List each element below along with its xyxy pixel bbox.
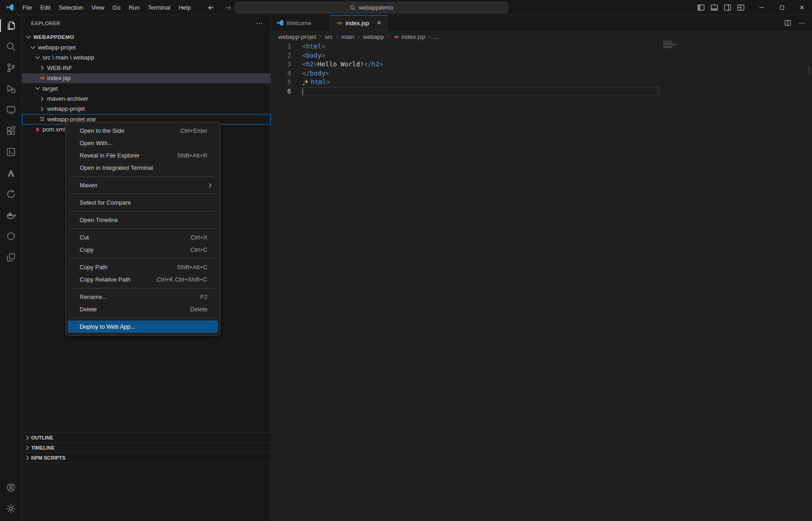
- code-line-5[interactable]: 5html>: [271, 78, 812, 87]
- close-tab-icon[interactable]: ✕: [375, 20, 383, 26]
- code-token: </: [364, 60, 372, 69]
- sidebar-section-timeline[interactable]: TIMELINE: [22, 442, 271, 452]
- line-number[interactable]: 3: [271, 60, 291, 69]
- context-menu-item-open-with[interactable]: Open With...: [68, 137, 218, 149]
- jsp-file-icon: <>: [392, 34, 400, 39]
- breadcrumb-item-src[interactable]: src: [325, 33, 332, 40]
- context-menu-item-select-for-compare[interactable]: Select for Compare: [68, 196, 218, 209]
- maximize-button[interactable]: [772, 0, 792, 15]
- azure-icon[interactable]: [0, 163, 22, 184]
- source-control-icon[interactable]: [0, 57, 22, 78]
- breadcrumb-item-label: webapp-projet: [278, 33, 316, 40]
- forward-button[interactable]: [223, 3, 233, 13]
- line-number[interactable]: 4: [271, 69, 291, 78]
- context-menu-item-open-to-the-side[interactable]: Open to the SideCtrl+Enter: [68, 125, 218, 137]
- menubar-item-help[interactable]: Help: [174, 2, 195, 13]
- toggle-secondary-sidebar-icon[interactable]: [723, 3, 732, 12]
- customize-layout-icon[interactable]: [736, 3, 745, 12]
- menubar-item-selection[interactable]: Selection: [54, 2, 87, 13]
- breadcrumb-item-index-jsp[interactable]: <>index.jsp: [392, 33, 425, 40]
- menubar-item-file[interactable]: File: [18, 2, 36, 13]
- explorer-icon[interactable]: [0, 15, 22, 36]
- context-menu-item-open-in-integrated-terminal[interactable]: Open in Integrated Terminal: [68, 162, 218, 174]
- tree-item-maven-archiver[interactable]: maven-archiver: [22, 93, 271, 103]
- code-line-6[interactable]: 6: [271, 87, 812, 96]
- back-button[interactable]: [206, 3, 216, 13]
- breadcrumb-item-main[interactable]: main: [341, 33, 354, 40]
- tree-item-web-inf[interactable]: WEB-INF: [22, 63, 271, 73]
- code-editor[interactable]: 1<html>2<body>3<h2>Hello World!</h2>4</b…: [271, 42, 812, 521]
- toggle-panel-icon[interactable]: [709, 3, 719, 12]
- kubernetes-icon[interactable]: [0, 226, 22, 247]
- search-icon[interactable]: [0, 36, 22, 57]
- sidebar-section-npm-scripts[interactable]: NPM SCRIPTS: [22, 452, 271, 462]
- context-menu-item-maven[interactable]: Maven: [68, 179, 218, 191]
- breadcrumb-item-label: main: [341, 33, 354, 40]
- line-number[interactable]: 6: [271, 87, 291, 96]
- context-menu-item-copy[interactable]: CopyCtrl+C: [68, 244, 218, 256]
- tree-item-webapp-projet[interactable]: webapp-projet: [22, 104, 271, 114]
- remote-explorer-icon[interactable]: [0, 99, 22, 120]
- tab-bar: Welcome✕<>index.jsp✕ ⋯: [271, 15, 812, 31]
- sidebar-section-label: TIMELINE: [31, 445, 54, 450]
- code-line-2[interactable]: 2<body>: [271, 51, 812, 60]
- menubar-item-go[interactable]: Go: [108, 2, 125, 13]
- tree-item-target[interactable]: target: [22, 83, 271, 93]
- context-menu-item-cut[interactable]: CutCtrl+X: [68, 231, 218, 244]
- tab-index-jsp[interactable]: <>index.jsp✕: [330, 15, 388, 31]
- titlebar-controls: ✕: [696, 0, 812, 15]
- explorer-more-actions-icon[interactable]: ⋯: [256, 19, 263, 27]
- line-number[interactable]: 5: [271, 78, 291, 87]
- editor-more-actions-icon[interactable]: ⋯: [799, 20, 805, 27]
- tree-item-src-main-webapp[interactable]: src \ main \ webapp: [22, 53, 271, 63]
- tree-item-index-jsp[interactable]: <>index.jsp: [22, 73, 271, 83]
- editor-scrollbar[interactable]: [808, 65, 810, 75]
- copilot-sparkle-icon[interactable]: [302, 79, 309, 86]
- context-menu-item-delete[interactable]: DeleteDelete: [68, 303, 218, 315]
- tree-item-webapp-projet[interactable]: webapp-projet: [22, 42, 271, 52]
- menu-item-shortcut: F2: [200, 293, 207, 300]
- remote-windows-icon[interactable]: [0, 247, 22, 268]
- accounts-icon[interactable]: [0, 477, 22, 498]
- run-and-debug-icon[interactable]: [0, 78, 22, 99]
- docker-icon[interactable]: [0, 205, 22, 226]
- command-center-search[interactable]: webappdemo: [235, 2, 508, 13]
- code-token: >: [321, 42, 325, 51]
- menu-item-label: Deploy to Web App...: [80, 323, 207, 330]
- sidebar-section-label: OUTLINE: [31, 435, 53, 440]
- code-line-3[interactable]: 3<h2>Hello World!</h2>: [271, 60, 812, 69]
- context-menu-item-deploy-to-web-app[interactable]: Deploy to Web App...: [68, 320, 218, 333]
- code-line-4[interactable]: 4</body>: [271, 69, 812, 78]
- menubar-item-view[interactable]: View: [87, 2, 108, 13]
- menubar-item-run[interactable]: Run: [125, 2, 144, 13]
- extensions-icon[interactable]: [0, 120, 22, 141]
- close-window-button[interactable]: ✕: [792, 0, 812, 15]
- breadcrumb-item-webapp-projet[interactable]: webapp-projet: [278, 33, 316, 40]
- manage-settings-icon[interactable]: [0, 498, 22, 519]
- menubar-item-edit[interactable]: Edit: [36, 2, 54, 13]
- azure-resources-icon[interactable]: [0, 184, 22, 205]
- context-menu-item-open-timeline[interactable]: Open Timeline: [68, 214, 218, 226]
- toggle-primary-sidebar-icon[interactable]: [696, 3, 705, 12]
- minimap[interactable]: [663, 41, 678, 49]
- dev-containers-icon[interactable]: [0, 141, 22, 163]
- editor-actions: ⋯: [784, 15, 812, 31]
- menubar-item-terminal[interactable]: Terminal: [144, 2, 174, 13]
- line-number[interactable]: 2: [271, 51, 291, 60]
- breadcrumb-item-webapp[interactable]: webapp: [363, 33, 384, 40]
- context-menu-item-rename[interactable]: Rename...F2: [68, 291, 218, 303]
- breadcrumb-item-item[interactable]: ...: [434, 33, 439, 40]
- minimize-button[interactable]: [752, 0, 772, 15]
- sidebar-section-outline[interactable]: OUTLINE: [22, 432, 271, 442]
- tree-item-label: WEB-INF: [47, 65, 72, 71]
- context-menu-item-copy-relative-path[interactable]: Copy Relative PathCtrl+K Ctrl+Shift+C: [68, 273, 218, 286]
- context-menu-item-reveal-in-file-explorer[interactable]: Reveal in File ExplorerShift+Alt+R: [68, 149, 218, 162]
- menu-item-label: Copy Relative Path: [80, 276, 146, 283]
- split-editor-icon[interactable]: [784, 19, 791, 27]
- line-number[interactable]: 1: [271, 42, 291, 51]
- code-line-1[interactable]: 1<html>: [271, 42, 812, 51]
- tree-item-webappdemo[interactable]: WEBAPPDEMO: [22, 32, 271, 42]
- chevron-right-icon: [38, 64, 46, 71]
- context-menu-item-copy-path[interactable]: Copy PathShift+Alt+C: [68, 261, 218, 273]
- tab-welcome[interactable]: Welcome✕: [271, 15, 330, 31]
